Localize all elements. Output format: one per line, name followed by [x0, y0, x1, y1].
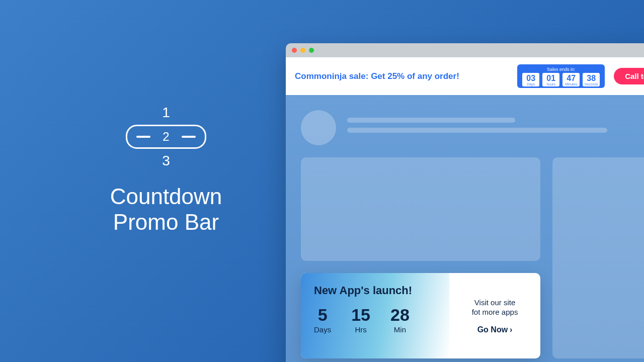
hero-number-3: 3 — [126, 153, 206, 169]
window-titlebar — [286, 43, 644, 57]
countdown-cell-seconds: 38 Seconds — [583, 73, 600, 86]
sidebar-block — [552, 157, 644, 358]
content-left-column: New App's launch! 5 Days 15 Hrs — [301, 157, 540, 358]
skeleton-header — [301, 110, 644, 145]
promo-card-right: Visit our site fot more apps Go Now › — [449, 273, 540, 358]
placeholder-line — [347, 128, 607, 133]
hero-icon: 1 2 3 — [126, 105, 206, 169]
countdown-cell-hours: 01 hours — [542, 73, 559, 86]
countdown-cells: 03 Days 01 hours 47 Minutes 38 Seconds — [522, 73, 600, 86]
text-placeholder — [347, 118, 644, 138]
content-row: New App's launch! 5 Days 15 Hrs — [301, 157, 644, 358]
browser-window: Commoninja sale: Get 25% of any order! S… — [286, 43, 644, 362]
promo-unit-hrs: 15 Hrs — [351, 306, 370, 334]
maximize-icon[interactable] — [309, 48, 314, 53]
hero-bar-icon: 2 — [126, 125, 206, 149]
promo-card-left: New App's launch! 5 Days 15 Hrs — [301, 273, 449, 358]
hero-title: Countdown Promo Bar — [75, 184, 257, 235]
go-now-button[interactable]: Go Now › — [477, 325, 513, 334]
promo-message: Commoninja sale: Get 25% of any order! — [295, 71, 508, 81]
hero-panel: 1 2 3 Countdown Promo Bar — [75, 101, 257, 235]
promo-unit-days: 5 Days — [314, 306, 331, 334]
bar-line-left — [136, 136, 150, 138]
promo-card: New App's launch! 5 Days 15 Hrs — [301, 273, 540, 358]
hero-number-1: 1 — [126, 105, 206, 121]
minimize-icon[interactable] — [300, 48, 305, 53]
cta-button[interactable]: Call to — [614, 68, 644, 84]
countdown-cell-days: 03 Days — [522, 73, 539, 86]
countdown-cell-minutes: 47 Minutes — [562, 73, 580, 86]
countdown-caption: Sales ends in: — [522, 67, 600, 72]
placeholder-line — [347, 118, 515, 123]
content-block — [301, 157, 540, 261]
promo-unit-min: 28 Min — [390, 306, 410, 334]
page-body: New App's launch! 5 Days 15 Hrs — [286, 95, 644, 362]
avatar-placeholder — [301, 110, 336, 145]
promo-countdown: 5 Days 15 Hrs 28 Min — [314, 306, 436, 334]
hero-number-2: 2 — [163, 130, 169, 144]
promo-blurb: Visit our site fot more apps — [472, 298, 518, 317]
promo-headline: New App's launch! — [314, 284, 436, 297]
close-icon[interactable] — [292, 48, 297, 53]
chevron-right-icon: › — [510, 325, 512, 334]
countdown-box: Sales ends in: 03 Days 01 hours 47 Minut… — [517, 64, 605, 88]
top-promo-bar: Commoninja sale: Get 25% of any order! S… — [286, 57, 644, 95]
bar-line-right — [182, 136, 196, 138]
